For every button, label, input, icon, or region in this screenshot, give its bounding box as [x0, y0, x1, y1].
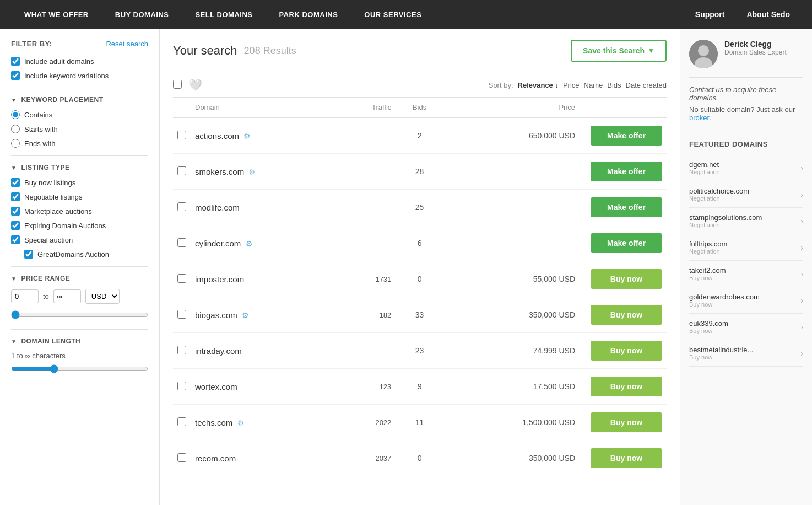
make-offer-button[interactable]: Make offer [591, 126, 662, 146]
featured-domain-item[interactable]: bestmetalindustrie... Buy now › [689, 340, 803, 367]
include-adult-domains-checkbox[interactable] [11, 57, 20, 66]
row-checkbox-4[interactable] [173, 261, 191, 297]
ends-with-radio[interactable] [11, 139, 20, 148]
featured-domain-name: stampingsolutions.com [689, 213, 762, 222]
featured-domain-name: goldenwardrobes.com [689, 293, 760, 301]
currency-select[interactable]: USD EUR GBP [85, 289, 120, 304]
row-checkbox-5[interactable] [173, 297, 191, 333]
featured-domain-type: Buy now [689, 327, 728, 334]
starts-with-radio[interactable] [11, 125, 20, 133]
price-max-input[interactable] [53, 289, 81, 303]
agent-info: Derick Clegg Domain Sales Expert [724, 40, 787, 68]
row-checkbox-7[interactable] [173, 369, 191, 405]
table-row: wortex.com 123 9 17,500 USD Buy now [173, 369, 667, 405]
buy-now-listings-checkbox[interactable] [11, 178, 20, 187]
buy-now-button[interactable]: Buy now [591, 412, 662, 432]
row-checkbox-9[interactable] [173, 440, 191, 476]
price-range-title: PRICE RANGE [21, 275, 70, 282]
price-min-input[interactable] [11, 289, 39, 303]
price-range-slider[interactable] [11, 310, 148, 319]
domain-length-section[interactable]: ▼ DOMAIN LENGTH [11, 337, 148, 345]
featured-domain-type: Buy now [689, 354, 753, 361]
broker-link[interactable]: broker. [689, 114, 711, 122]
domain-name-cell: cylinder.com ⚙ [191, 225, 337, 261]
table-row: modlife.com 25 Make offer [173, 190, 667, 225]
domain-name-cell: modlife.com [191, 190, 337, 225]
nav-sell-domains[interactable]: SELL DOMAINS [182, 0, 266, 29]
featured-domain-item[interactable]: euk339.com Buy now › [689, 314, 803, 340]
traffic-cell [337, 154, 396, 190]
price-range-section[interactable]: ▼ PRICE RANGE [11, 275, 148, 282]
no-domain-text: No suitable domain? Just ask our broker. [689, 105, 803, 131]
bids-cell: 6 [396, 225, 443, 261]
include-keyword-variations-checkbox[interactable] [11, 71, 20, 80]
gear-icon: ⚙ [246, 239, 253, 248]
listing-type-section[interactable]: ▼ LISTING TYPE [11, 164, 148, 171]
chevron-right-icon: › [800, 217, 803, 225]
domain-name-cell: techs.com ⚙ [191, 405, 337, 440]
agent-title: Domain Sales Expert [724, 49, 787, 56]
reset-search-link[interactable]: Reset search [106, 40, 148, 48]
include-adult-domains-label: Include adult domains [24, 57, 94, 66]
row-checkbox-0[interactable] [173, 117, 191, 154]
featured-domain-item[interactable]: politicalchoice.com Negotiation › [689, 181, 803, 208]
sort-name[interactable]: Name [584, 81, 603, 89]
featured-domain-item[interactable]: goldenwardrobes.com Buy now › [689, 287, 803, 314]
domain-length-slider[interactable] [11, 364, 148, 373]
save-search-label: Save this Search [583, 46, 645, 55]
price-to-label: to [43, 292, 49, 300]
contains-radio[interactable] [11, 110, 20, 119]
sort-price[interactable]: Price [563, 81, 580, 89]
traffic-cell [337, 225, 396, 261]
featured-domain-type: Buy now [689, 275, 726, 281]
chevron-right-icon: › [800, 243, 803, 252]
starts-with-label: Starts with [24, 125, 58, 133]
sort-date-created[interactable]: Date created [626, 81, 667, 89]
featured-domain-item[interactable]: stampingsolutions.com Negotiation › [689, 208, 803, 234]
row-checkbox-3[interactable] [173, 225, 191, 261]
action-cell: Buy now [586, 369, 667, 405]
nav-park-domains[interactable]: PARK DOMAINS [266, 0, 351, 29]
bids-cell: 33 [396, 297, 443, 333]
special-auction-checkbox[interactable] [11, 235, 20, 244]
make-offer-button[interactable]: Make offer [591, 233, 662, 253]
featured-domain-item[interactable]: takeit2.com Buy now › [689, 261, 803, 287]
avatar [689, 40, 718, 68]
featured-domain-item[interactable]: fulltrips.com Negotiation › [689, 234, 803, 261]
negotiable-listings-checkbox[interactable] [11, 192, 20, 201]
watchlist-heart-icon[interactable]: 🤍 [188, 78, 202, 92]
nav-right: Support About Sedo [684, 0, 801, 29]
sort-bids[interactable]: Bids [607, 81, 621, 89]
marketplace-auctions-checkbox[interactable] [11, 207, 20, 216]
nav-what-we-offer[interactable]: WHAT WE OFFER [11, 0, 102, 29]
save-search-button[interactable]: Save this Search ▼ [571, 40, 667, 62]
buy-now-button[interactable]: Buy now [591, 377, 662, 396]
buy-now-button[interactable]: Buy now [591, 341, 662, 361]
bulk-select-checkbox[interactable] [173, 80, 182, 90]
nav-support[interactable]: Support [684, 0, 736, 29]
include-keyword-variations-label: Include keyword variations [24, 72, 109, 80]
buy-now-button[interactable]: Buy now [591, 269, 662, 289]
featured-domain-info: euk339.com Buy now [689, 319, 728, 334]
domain-name: smokers.com ⚙ [195, 167, 256, 176]
negotiable-listings-label: Negotiable listings [24, 193, 83, 201]
featured-domain-info: bestmetalindustrie... Buy now [689, 346, 753, 361]
make-offer-button[interactable]: Make offer [591, 162, 662, 181]
row-checkbox-1[interactable] [173, 154, 191, 190]
featured-domain-name: bestmetalindustrie... [689, 346, 753, 354]
sort-relevance[interactable]: Relevance ↓ [518, 81, 559, 89]
filter-by-label: FILTER BY: [11, 40, 52, 48]
featured-domain-item[interactable]: dgem.net Negotiation › [689, 155, 803, 181]
expiring-domain-auctions-checkbox[interactable] [11, 221, 20, 230]
nav-buy-domains[interactable]: BUY DOMAINS [102, 0, 182, 29]
row-checkbox-8[interactable] [173, 405, 191, 440]
make-offer-button[interactable]: Make offer [591, 197, 662, 217]
buy-now-button[interactable]: Buy now [591, 448, 662, 468]
buy-now-button[interactable]: Buy now [591, 305, 662, 325]
nav-our-services[interactable]: OUR SERVICES [351, 0, 435, 29]
keyword-placement-section[interactable]: ▼ KEYWORD PLACEMENT [11, 96, 148, 104]
row-checkbox-6[interactable] [173, 333, 191, 369]
row-checkbox-2[interactable] [173, 190, 191, 225]
nav-about-sedo[interactable]: About Sedo [735, 0, 801, 29]
greatdomains-auction-checkbox[interactable] [24, 250, 33, 259]
